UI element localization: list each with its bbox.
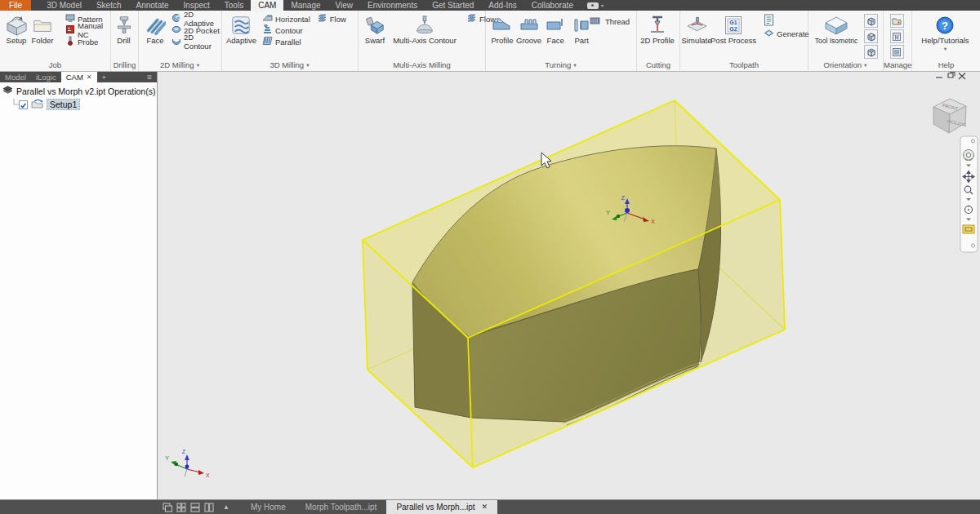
tile-windows-icon[interactable] — [176, 503, 186, 512]
ribbon-group-manage: % Manage — [884, 11, 912, 71]
dropdown-icon[interactable]: ▼ — [863, 63, 867, 68]
cascade-windows-icon[interactable] — [163, 503, 172, 512]
pattern-icon — [65, 13, 75, 24]
chevron-down-icon: ▾ — [601, 2, 604, 8]
turn-thread-button[interactable]: Thread — [590, 16, 630, 27]
menu-add-ins[interactable]: Add-Ins — [481, 0, 523, 11]
generate-icon — [764, 29, 774, 39]
multi-axis-contour-button[interactable]: Multi-Axis Contour — [388, 13, 461, 45]
close-icon[interactable]: ✕ — [482, 500, 488, 514]
tree-item-setup1[interactable]: Setup1 — [11, 99, 157, 110]
post-process-icon: G1G2 — [724, 14, 743, 37]
look-at-icon[interactable] — [963, 225, 974, 233]
parallel-button[interactable]: Parallel — [262, 36, 310, 47]
orientation-cube-1-button[interactable] — [864, 14, 878, 28]
drill-button[interactable]: Drill — [111, 13, 137, 45]
2d-contour-button[interactable]: 2D Contour — [172, 36, 220, 47]
face-mill-label: Face — [146, 37, 163, 45]
tree-item-label: Parallel vs Morph v2.ipt Operation(s) — [16, 86, 155, 96]
ribbon-group-help: ? Help/Tutorials ▼ Help — [912, 11, 980, 71]
setup-label: Setup — [7, 37, 27, 45]
turn-profile-button[interactable]: Profile — [489, 13, 515, 45]
menu-manage[interactable]: Manage — [283, 0, 327, 11]
close-icon[interactable]: ✕ — [87, 72, 92, 82]
probe-button[interactable]: Probe — [65, 36, 109, 47]
manage-list-button[interactable] — [890, 45, 904, 59]
swarf-icon — [364, 14, 385, 37]
help-tutorials-label: Help/Tutorials — [921, 37, 969, 45]
setup1-checkbox[interactable] — [19, 100, 28, 109]
viewport-3d[interactable]: Z Y X Z Y X — [158, 72, 980, 499]
turn-groove-button[interactable]: Groove — [515, 13, 542, 45]
folder-button[interactable]: Folder — [29, 13, 56, 47]
simulate-label: Simulate — [682, 37, 712, 45]
contour-button[interactable]: Contour — [262, 24, 310, 36]
browser-tab-ilogic[interactable]: iLogic — [31, 72, 61, 82]
dropdown-icon[interactable]: ▼ — [196, 63, 200, 68]
menu-annotate[interactable]: Annotate — [129, 0, 176, 11]
menu-get-started[interactable]: Get Started — [425, 0, 481, 11]
menu-sketch[interactable]: Sketch — [89, 0, 129, 11]
screen-record-menu[interactable]: ▾ — [587, 0, 604, 11]
menu-tools[interactable]: Tools — [217, 0, 251, 11]
orientation-cube-3-button[interactable] — [864, 45, 878, 59]
face-mill-button[interactable]: Face — [142, 13, 168, 47]
browser-tab-model[interactable]: Model — [0, 72, 31, 82]
navigation-wheel-icon[interactable] — [964, 150, 974, 161]
doc-tab-morph-toolpath[interactable]: Morph Toolpath...ipt — [296, 500, 387, 514]
menu-view[interactable]: View — [328, 0, 361, 11]
menu-cam[interactable]: CAM — [251, 0, 283, 11]
post-process-button[interactable]: G1G2 Post Process — [710, 13, 757, 45]
menu-3d-model[interactable]: 3D Model — [39, 0, 89, 11]
tree-connector — [11, 99, 19, 110]
dropdown-icon[interactable]: ▼ — [305, 63, 310, 68]
setup-button[interactable]: Setup — [3, 13, 29, 47]
expand-panel-icon[interactable]: ▲ — [223, 503, 229, 511]
adaptive-button[interactable]: Adaptive — [225, 13, 257, 47]
hamburger-icon[interactable]: ≡ — [142, 72, 157, 82]
manage-machine-button[interactable]: % — [890, 29, 904, 43]
orientation-cube-2-button[interactable] — [864, 29, 878, 43]
tool-isometric-label: Tool Isometric — [815, 37, 858, 45]
turn-face-button[interactable]: Face — [542, 13, 568, 45]
flow-3d-button[interactable]: Flow — [317, 13, 346, 24]
ribbon-group-3d-milling: Adaptive Horizontal Contour Parallel — [222, 11, 359, 71]
manual-nc-button[interactable]: Manual NC — [65, 24, 109, 36]
doc-tab-parallel-vs-morph[interactable]: Parallel vs Morph...ipt ✕ — [386, 500, 497, 514]
generate-button[interactable]: Generate — [764, 28, 809, 39]
inventor-cam-window: File 3D Model Sketch Annotate Inspect To… — [0, 0, 980, 514]
manage-folder-button[interactable] — [890, 14, 904, 28]
menu-file[interactable]: File — [0, 0, 31, 11]
ribbon-group-multi-axis: Swarf Multi-Axis Contour Flow Multi-Axis… — [359, 11, 486, 71]
swarf-button[interactable]: Swarf — [362, 13, 388, 45]
dropdown-icon[interactable]: ▼ — [572, 63, 577, 68]
svg-text:Y: Y — [165, 455, 169, 461]
cube-icon — [866, 16, 876, 26]
ribbon-group-turning: Profile Groove Face — [486, 11, 637, 71]
ribbon-group-job: Setup Folder Pattern Manual NC — [0, 11, 111, 71]
split-vertical-icon[interactable] — [204, 503, 214, 512]
cube-icon — [866, 32, 876, 42]
svg-text:?: ? — [942, 20, 949, 32]
turn-part-label: Part — [574, 37, 588, 45]
tree-item-label: Setup1 — [47, 99, 80, 110]
generate-document-button[interactable] — [764, 13, 809, 28]
menu-environments[interactable]: Environments — [360, 0, 425, 11]
doc-tab-my-home[interactable]: My Home — [241, 500, 296, 514]
menu-collaborate[interactable]: Collaborate — [524, 0, 581, 11]
split-horizontal-icon[interactable] — [190, 503, 200, 512]
browser-panel: Model iLogic CAM ✕ + ≡ Parallel vs Morph… — [0, 72, 158, 499]
tool-isometric-button[interactable]: Tool Isometric — [812, 13, 861, 60]
2d-profile-button[interactable]: 2D Profile — [639, 13, 675, 45]
help-tutorials-button[interactable]: ? Help/Tutorials ▼ — [920, 13, 969, 53]
simulate-button[interactable]: Simulate — [684, 13, 710, 45]
horizontal-button[interactable]: Horizontal — [262, 13, 310, 24]
dropdown-icon[interactable]: ▼ — [943, 45, 947, 53]
drill-label: Drill — [117, 37, 130, 45]
tree-item-operations[interactable]: Parallel vs Morph v2.ipt Operation(s) — [2, 86, 157, 97]
browser-tab-cam[interactable]: CAM ✕ — [61, 72, 97, 82]
simulate-icon — [686, 14, 708, 37]
browser-new-tab-button[interactable]: + — [97, 72, 112, 82]
2d-adaptive-button[interactable]: 2D Adaptive — [172, 13, 220, 24]
face-mill-icon — [145, 14, 166, 37]
